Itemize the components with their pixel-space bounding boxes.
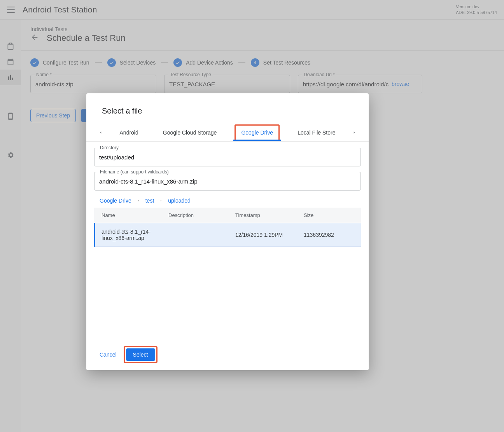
path-breadcrumb: Google Drive test uploaded xyxy=(94,196,361,208)
breadcrumb-link[interactable]: Google Drive xyxy=(100,198,131,204)
field-label: Filename (can support wildcards) xyxy=(98,169,170,175)
chevron-left-icon xyxy=(99,129,103,136)
breadcrumb-link[interactable]: test xyxy=(145,198,154,204)
tab-gcs[interactable]: Google Cloud Storage xyxy=(157,125,223,140)
tab-google-drive[interactable]: Google Drive xyxy=(235,125,279,140)
directory-input[interactable] xyxy=(99,154,356,161)
col-size: Size xyxy=(304,212,355,218)
tab-local[interactable]: Local File Store xyxy=(291,125,341,140)
field-label: Directory xyxy=(98,145,120,150)
cell-timestamp: 12/16/2019 1:29PM xyxy=(235,232,304,238)
modal-footer: Cancel Select xyxy=(86,339,369,370)
cell-size: 1136392982 xyxy=(304,232,355,238)
directory-field[interactable]: Directory xyxy=(94,148,361,166)
cancel-button[interactable]: Cancel xyxy=(100,352,117,358)
chevron-right-icon xyxy=(352,129,356,136)
filename-field[interactable]: Filename (can support wildcards) xyxy=(94,172,361,191)
breadcrumb-link[interactable]: uploaded xyxy=(168,198,191,204)
select-button-highlight: Select xyxy=(124,346,158,363)
cell-name: android-cts-8.1_r14-linux_x86-arm.zip xyxy=(102,229,168,241)
table-header: Name Description Timestamp Size xyxy=(94,208,361,223)
chevron-right-icon xyxy=(159,198,163,203)
table-row[interactable]: android-cts-8.1_r14-linux_x86-arm.zip 12… xyxy=(94,223,361,247)
chevron-right-icon xyxy=(137,198,140,203)
file-table: Name Description Timestamp Size android-… xyxy=(94,208,361,247)
file-picker-modal: Select a file Android Google Cloud Stora… xyxy=(86,93,369,370)
tab-strip: Android Google Cloud Storage Google Driv… xyxy=(86,124,369,142)
tabs-prev-button[interactable] xyxy=(94,124,107,141)
tabs-next-button[interactable] xyxy=(348,124,361,141)
col-description: Description xyxy=(168,212,235,218)
col-name: Name xyxy=(102,212,168,218)
tab-android[interactable]: Android xyxy=(114,125,145,140)
col-timestamp: Timestamp xyxy=(235,212,304,218)
filename-input[interactable] xyxy=(99,178,356,185)
modal-title: Select a file xyxy=(86,93,369,115)
select-button[interactable]: Select xyxy=(126,348,155,361)
